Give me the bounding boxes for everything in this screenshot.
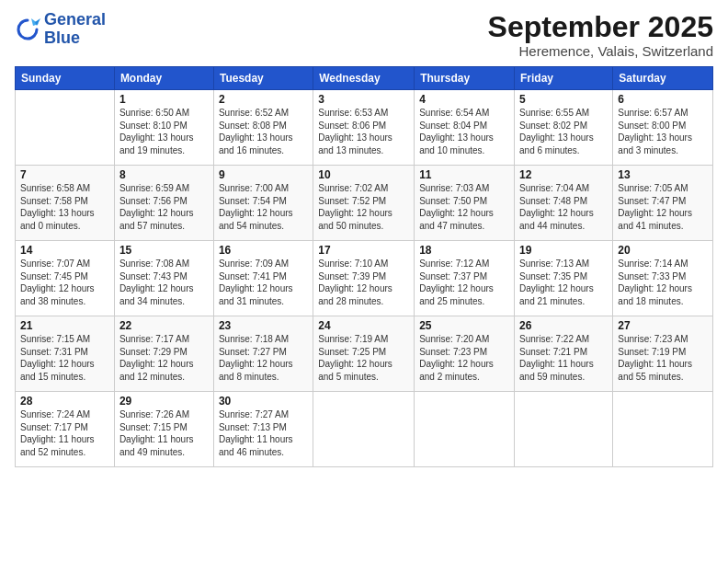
calendar-cell xyxy=(415,392,515,467)
day-info: Sunrise: 7:00 AM Sunset: 7:54 PM Dayligh… xyxy=(219,182,308,232)
col-sunday: Sunday xyxy=(16,67,115,90)
day-info: Sunrise: 6:59 AM Sunset: 7:56 PM Dayligh… xyxy=(119,182,209,232)
calendar-cell: 5Sunrise: 6:55 AM Sunset: 8:02 PM Daylig… xyxy=(515,90,613,166)
day-info: Sunrise: 7:17 AM Sunset: 7:29 PM Dayligh… xyxy=(119,333,209,383)
day-number: 14 xyxy=(20,244,109,257)
day-info: Sunrise: 7:19 AM Sunset: 7:25 PM Dayligh… xyxy=(318,333,409,383)
calendar-cell: 17Sunrise: 7:10 AM Sunset: 7:39 PM Dayli… xyxy=(313,241,415,316)
day-number: 4 xyxy=(419,93,509,106)
calendar-cell: 24Sunrise: 7:19 AM Sunset: 7:25 PM Dayli… xyxy=(313,316,415,392)
calendar-cell: 2Sunrise: 6:52 AM Sunset: 8:08 PM Daylig… xyxy=(213,90,313,166)
calendar-cell: 27Sunrise: 7:23 AM Sunset: 7:19 PM Dayli… xyxy=(613,316,713,392)
page: General Blue September 2025 Heremence, V… xyxy=(0,0,728,563)
calendar-cell: 3Sunrise: 6:53 AM Sunset: 8:06 PM Daylig… xyxy=(313,90,415,166)
calendar-cell: 4Sunrise: 6:54 AM Sunset: 8:04 PM Daylig… xyxy=(415,90,515,166)
calendar-cell: 25Sunrise: 7:20 AM Sunset: 7:23 PM Dayli… xyxy=(415,316,515,392)
logo: General Blue xyxy=(15,11,106,48)
day-number: 20 xyxy=(618,244,708,257)
day-info: Sunrise: 7:20 AM Sunset: 7:23 PM Dayligh… xyxy=(419,333,509,383)
day-info: Sunrise: 6:57 AM Sunset: 8:00 PM Dayligh… xyxy=(618,107,708,156)
calendar-cell: 10Sunrise: 7:02 AM Sunset: 7:52 PM Dayli… xyxy=(313,166,415,241)
day-number: 19 xyxy=(519,244,608,257)
day-number: 24 xyxy=(318,319,409,332)
calendar-subtitle: Heremence, Valais, Switzerland xyxy=(488,43,713,59)
day-info: Sunrise: 7:08 AM Sunset: 7:43 PM Dayligh… xyxy=(119,258,209,307)
day-number: 21 xyxy=(20,319,109,332)
day-info: Sunrise: 7:24 AM Sunset: 7:17 PM Dayligh… xyxy=(20,408,109,458)
day-info: Sunrise: 6:53 AM Sunset: 8:06 PM Dayligh… xyxy=(318,107,409,156)
day-info: Sunrise: 7:26 AM Sunset: 7:15 PM Dayligh… xyxy=(119,408,209,458)
calendar-cell: 22Sunrise: 7:17 AM Sunset: 7:29 PM Dayli… xyxy=(114,316,213,392)
logo-text: General Blue xyxy=(44,11,106,48)
calendar-cell: 26Sunrise: 7:22 AM Sunset: 7:21 PM Dayli… xyxy=(515,316,613,392)
week-row-2: 7Sunrise: 6:58 AM Sunset: 7:58 PM Daylig… xyxy=(16,166,713,241)
day-info: Sunrise: 7:15 AM Sunset: 7:31 PM Dayligh… xyxy=(20,333,109,383)
day-number: 1 xyxy=(119,93,209,106)
col-thursday: Thursday xyxy=(415,67,515,90)
calendar-cell: 15Sunrise: 7:08 AM Sunset: 7:43 PM Dayli… xyxy=(114,241,213,316)
day-info: Sunrise: 7:10 AM Sunset: 7:39 PM Dayligh… xyxy=(318,258,409,307)
calendar-cell: 13Sunrise: 7:05 AM Sunset: 7:47 PM Dayli… xyxy=(613,166,713,241)
calendar-cell: 11Sunrise: 7:03 AM Sunset: 7:50 PM Dayli… xyxy=(415,166,515,241)
day-info: Sunrise: 7:02 AM Sunset: 7:52 PM Dayligh… xyxy=(318,182,409,232)
day-number: 30 xyxy=(219,395,308,408)
day-info: Sunrise: 7:07 AM Sunset: 7:45 PM Dayligh… xyxy=(20,258,109,307)
calendar-cell: 9Sunrise: 7:00 AM Sunset: 7:54 PM Daylig… xyxy=(213,166,313,241)
calendar-cell xyxy=(16,90,115,166)
day-info: Sunrise: 7:12 AM Sunset: 7:37 PM Dayligh… xyxy=(419,258,509,307)
col-monday: Monday xyxy=(114,67,213,90)
day-info: Sunrise: 7:27 AM Sunset: 7:13 PM Dayligh… xyxy=(219,408,308,458)
day-info: Sunrise: 6:52 AM Sunset: 8:08 PM Dayligh… xyxy=(219,107,308,156)
calendar-table: Sunday Monday Tuesday Wednesday Thursday… xyxy=(15,66,713,467)
calendar-cell: 7Sunrise: 6:58 AM Sunset: 7:58 PM Daylig… xyxy=(16,166,115,241)
day-info: Sunrise: 7:04 AM Sunset: 7:48 PM Dayligh… xyxy=(519,182,608,232)
calendar-cell: 19Sunrise: 7:13 AM Sunset: 7:35 PM Dayli… xyxy=(515,241,613,316)
day-number: 6 xyxy=(618,93,708,106)
day-number: 23 xyxy=(219,319,308,332)
day-number: 28 xyxy=(20,395,109,408)
calendar-cell: 1Sunrise: 6:50 AM Sunset: 8:10 PM Daylig… xyxy=(114,90,213,166)
calendar-cell: 14Sunrise: 7:07 AM Sunset: 7:45 PM Dayli… xyxy=(16,241,115,316)
day-number: 7 xyxy=(20,168,109,181)
col-wednesday: Wednesday xyxy=(313,67,415,90)
day-info: Sunrise: 7:14 AM Sunset: 7:33 PM Dayligh… xyxy=(618,258,708,307)
day-info: Sunrise: 7:03 AM Sunset: 7:50 PM Dayligh… xyxy=(419,182,509,232)
calendar-cell xyxy=(613,392,713,467)
week-row-1: 1Sunrise: 6:50 AM Sunset: 8:10 PM Daylig… xyxy=(16,90,713,166)
day-number: 2 xyxy=(219,93,308,106)
day-number: 26 xyxy=(519,319,608,332)
calendar-cell xyxy=(313,392,415,467)
day-number: 13 xyxy=(618,168,708,181)
day-number: 8 xyxy=(119,168,209,181)
day-info: Sunrise: 7:05 AM Sunset: 7:47 PM Dayligh… xyxy=(618,182,708,232)
day-number: 3 xyxy=(318,93,409,106)
calendar-cell xyxy=(515,392,613,467)
calendar-cell: 16Sunrise: 7:09 AM Sunset: 7:41 PM Dayli… xyxy=(213,241,313,316)
day-number: 18 xyxy=(419,244,509,257)
day-info: Sunrise: 6:54 AM Sunset: 8:04 PM Dayligh… xyxy=(419,107,509,156)
calendar-cell: 28Sunrise: 7:24 AM Sunset: 7:17 PM Dayli… xyxy=(16,392,115,467)
title-block: September 2025 Heremence, Valais, Switze… xyxy=(488,11,713,59)
calendar-cell: 6Sunrise: 6:57 AM Sunset: 8:00 PM Daylig… xyxy=(613,90,713,166)
header: General Blue September 2025 Heremence, V… xyxy=(15,11,713,59)
header-row: Sunday Monday Tuesday Wednesday Thursday… xyxy=(16,67,713,90)
day-info: Sunrise: 7:23 AM Sunset: 7:19 PM Dayligh… xyxy=(618,333,708,383)
day-info: Sunrise: 7:18 AM Sunset: 7:27 PM Dayligh… xyxy=(219,333,308,383)
day-number: 5 xyxy=(519,93,608,106)
calendar-title: September 2025 xyxy=(488,11,713,43)
day-info: Sunrise: 6:55 AM Sunset: 8:02 PM Dayligh… xyxy=(519,107,608,156)
logo-icon xyxy=(15,17,40,42)
week-row-4: 21Sunrise: 7:15 AM Sunset: 7:31 PM Dayli… xyxy=(16,316,713,392)
day-info: Sunrise: 7:22 AM Sunset: 7:21 PM Dayligh… xyxy=(519,333,608,383)
day-number: 25 xyxy=(419,319,509,332)
day-number: 22 xyxy=(119,319,209,332)
day-number: 29 xyxy=(119,395,209,408)
calendar-cell: 29Sunrise: 7:26 AM Sunset: 7:15 PM Dayli… xyxy=(114,392,213,467)
calendar-cell: 21Sunrise: 7:15 AM Sunset: 7:31 PM Dayli… xyxy=(16,316,115,392)
calendar-cell: 8Sunrise: 6:59 AM Sunset: 7:56 PM Daylig… xyxy=(114,166,213,241)
day-number: 12 xyxy=(519,168,608,181)
logo-line1: General xyxy=(44,10,106,29)
calendar-cell: 12Sunrise: 7:04 AM Sunset: 7:48 PM Dayli… xyxy=(515,166,613,241)
day-number: 10 xyxy=(318,168,409,181)
day-info: Sunrise: 7:09 AM Sunset: 7:41 PM Dayligh… xyxy=(219,258,308,307)
